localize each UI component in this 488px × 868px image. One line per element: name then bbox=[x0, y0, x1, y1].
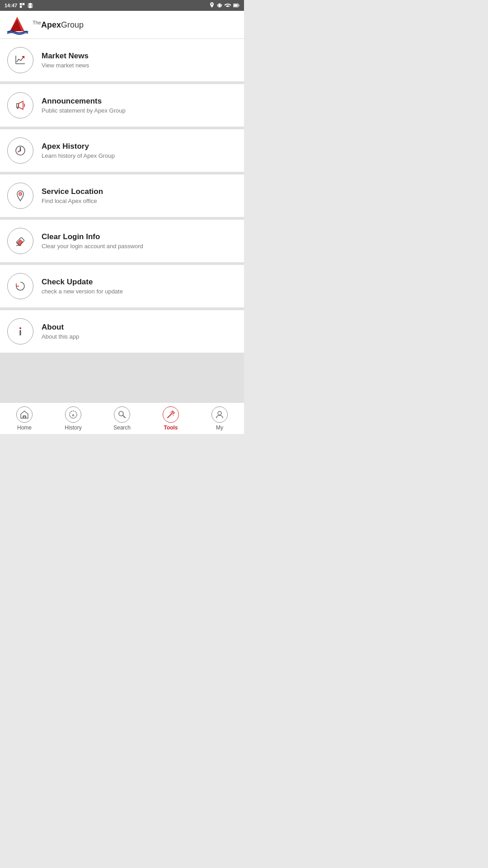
service-location-subtitle: Find local Apex office bbox=[42, 198, 103, 204]
svg-rect-29 bbox=[23, 416, 25, 418]
history-nav-label: History bbox=[65, 425, 81, 431]
nav-item-my[interactable]: My bbox=[195, 403, 244, 434]
logo: TheApexGroup bbox=[5, 15, 84, 35]
service-location-icon-circle bbox=[7, 183, 33, 209]
apex-history-text: Apex History Learn history of Apex Group bbox=[42, 142, 115, 159]
megaphone-icon bbox=[14, 99, 27, 112]
menu-item-about[interactable]: About About this app bbox=[0, 310, 244, 355]
market-news-text: Market News View market news bbox=[42, 52, 89, 69]
status-bar-left: 14:47 bbox=[5, 2, 33, 9]
announcements-text: Announcements Public statement by Apex G… bbox=[42, 97, 126, 114]
svg-point-20 bbox=[20, 150, 21, 151]
history-nav-icon-circle: A bbox=[65, 406, 81, 423]
info-icon bbox=[14, 325, 27, 338]
svg-rect-28 bbox=[20, 330, 21, 335]
home-nav-label: Home bbox=[17, 425, 32, 431]
wifi-status-icon bbox=[225, 3, 231, 8]
header: TheApexGroup bbox=[0, 11, 244, 39]
nav-item-home[interactable]: Home bbox=[0, 403, 49, 434]
status-time: 14:47 bbox=[5, 3, 17, 8]
svg-point-27 bbox=[19, 327, 21, 329]
nav-item-tools[interactable]: Tools bbox=[146, 403, 195, 434]
svg-line-34 bbox=[168, 414, 172, 418]
clear-login-text: Clear Login Info Clear your login accoun… bbox=[42, 232, 143, 250]
svg-rect-2 bbox=[20, 6, 22, 8]
apex-history-icon-circle bbox=[7, 137, 33, 164]
search-nav-icon-circle bbox=[114, 406, 130, 423]
nav-item-history[interactable]: A History bbox=[49, 403, 98, 434]
nav-item-search[interactable]: Search bbox=[98, 403, 146, 434]
market-news-title: Market News bbox=[42, 52, 89, 61]
service-location-text: Service Location Find local Apex office bbox=[42, 187, 103, 204]
logo-text: TheApexGroup bbox=[33, 20, 84, 30]
service-location-title: Service Location bbox=[42, 187, 103, 196]
svg-point-22 bbox=[20, 193, 21, 194]
menu-item-service-location[interactable]: Service Location Find local Apex office bbox=[0, 175, 244, 220]
apex-history-title: Apex History bbox=[42, 142, 115, 151]
svg-point-36 bbox=[218, 411, 221, 415]
main-content: Market News View market news Announcemen… bbox=[0, 39, 244, 402]
clear-login-icon-circle bbox=[7, 228, 33, 254]
svg-rect-8 bbox=[239, 5, 239, 6]
svg-rect-0 bbox=[20, 3, 22, 5]
location-status-icon bbox=[209, 2, 215, 9]
about-text: About About this app bbox=[42, 323, 79, 340]
eraser-icon bbox=[14, 235, 27, 247]
notification-icon-1 bbox=[19, 2, 25, 9]
menu-item-check-update[interactable]: Check Update check a new version for upd… bbox=[0, 265, 244, 310]
my-nav-icon-circle bbox=[211, 406, 228, 423]
location-pin-icon bbox=[14, 189, 27, 202]
menu-item-clear-login[interactable]: Clear Login Info Clear your login accoun… bbox=[0, 220, 244, 265]
svg-text:A: A bbox=[72, 413, 75, 417]
search-icon bbox=[117, 410, 127, 419]
home-nav-icon-circle bbox=[16, 406, 33, 423]
about-subtitle: About this app bbox=[42, 333, 79, 340]
clock-icon bbox=[14, 144, 27, 157]
status-bar: 14:47 bbox=[0, 0, 244, 11]
bottom-nav: Home A History Search To bbox=[0, 402, 244, 434]
market-news-icon-circle bbox=[7, 47, 33, 73]
person-icon bbox=[215, 410, 224, 419]
svg-line-33 bbox=[123, 415, 125, 418]
tools-nav-icon-circle bbox=[163, 406, 179, 423]
clear-login-title: Clear Login Info bbox=[42, 232, 143, 241]
about-icon-circle bbox=[7, 318, 33, 344]
market-news-subtitle: View market news bbox=[42, 62, 89, 69]
clear-login-subtitle: Clear your login account and password bbox=[42, 243, 143, 250]
vibrate-status-icon bbox=[217, 2, 222, 9]
history-icon: A bbox=[69, 410, 78, 419]
check-update-subtitle: check a new version for update bbox=[42, 288, 123, 295]
menu-item-apex-history[interactable]: Apex History Learn history of Apex Group bbox=[0, 129, 244, 175]
check-update-icon-circle bbox=[7, 273, 33, 299]
announcements-icon-circle bbox=[7, 92, 33, 118]
menu-item-market-news[interactable]: Market News View market news bbox=[0, 39, 244, 84]
logo-icon bbox=[5, 15, 29, 35]
svg-rect-1 bbox=[23, 3, 25, 5]
refresh-icon bbox=[14, 280, 27, 292]
my-nav-label: My bbox=[216, 425, 223, 431]
check-update-text: Check Update check a new version for upd… bbox=[42, 278, 123, 295]
menu-item-announcements[interactable]: Announcements Public statement by Apex G… bbox=[0, 84, 244, 129]
tools-icon bbox=[166, 410, 175, 419]
about-title: About bbox=[42, 323, 79, 332]
tools-nav-label: Tools bbox=[164, 425, 178, 431]
check-update-title: Check Update bbox=[42, 278, 123, 287]
announcements-title: Announcements bbox=[42, 97, 126, 106]
announcements-subtitle: Public statement by Apex Group bbox=[42, 107, 126, 114]
notification-icon-2 bbox=[27, 2, 33, 9]
svg-rect-7 bbox=[234, 5, 238, 7]
apex-history-subtitle: Learn history of Apex Group bbox=[42, 152, 115, 159]
search-nav-label: Search bbox=[113, 425, 131, 431]
svg-rect-4 bbox=[217, 4, 218, 6]
home-icon bbox=[20, 410, 29, 419]
svg-rect-3 bbox=[218, 4, 221, 8]
battery-status-icon bbox=[233, 3, 239, 8]
status-bar-right bbox=[209, 2, 239, 9]
svg-rect-5 bbox=[221, 4, 222, 6]
chart-icon bbox=[14, 54, 27, 66]
